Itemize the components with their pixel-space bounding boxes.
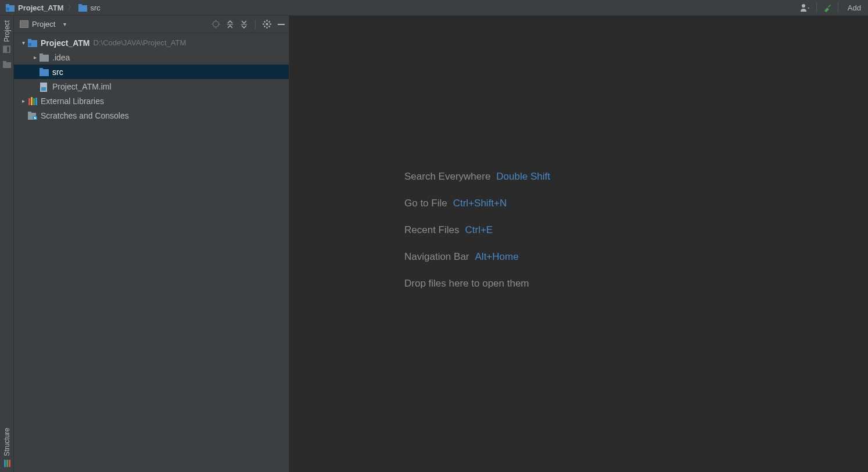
breadcrumb[interactable]: Project_ATM 〉 src — [6, 2, 101, 13]
svg-line-28 — [264, 26, 266, 27]
folder-gutter-icon — [3, 61, 11, 68]
add-configuration-button[interactable]: Add — [844, 2, 865, 13]
project-view-icon — [20, 20, 28, 28]
editor-tips: Search Everywhere Double Shift Go to Fil… — [404, 170, 753, 304]
tip-recent-shortcut[interactable]: Ctrl+E — [465, 224, 493, 235]
tree-node-external-libraries[interactable]: ▸ External Libraries — [14, 94, 289, 108]
svg-point-5 — [802, 4, 805, 8]
user-icon[interactable] — [800, 3, 810, 12]
tree-node-idea[interactable]: ▸ .idea — [14, 50, 289, 65]
project-tree[interactable]: ▾ Project_ATM D:\Code\JAVA\Project_ATM ▸… — [14, 33, 289, 472]
locate-icon[interactable] — [211, 20, 220, 28]
svg-line-27 — [269, 22, 270, 23]
project-tool-window: Project ▾ ▾ Project_ATM D:\Code\JAVA\Pro… — [14, 16, 289, 472]
tip-navbar-label: Navigation Bar — [404, 251, 469, 262]
svg-rect-11 — [6, 460, 8, 467]
project-view-selector[interactable]: Project ▾ — [20, 20, 66, 28]
tip-search-label: Search Everywhere — [404, 170, 490, 182]
tip-search-shortcut[interactable]: Double Shift — [496, 170, 550, 182]
tree-node-iml[interactable]: Project_ATM.iml — [14, 79, 289, 94]
source-folder-icon — [40, 68, 49, 76]
chevron-right-icon[interactable]: ▸ — [19, 98, 28, 104]
svg-rect-9 — [3, 61, 6, 63]
separator — [255, 20, 256, 29]
module-folder-icon — [28, 39, 37, 47]
iml-file-icon — [40, 83, 49, 91]
svg-rect-32 — [28, 43, 31, 46]
breadcrumb-separator-icon: 〉 — [67, 2, 75, 13]
svg-rect-42 — [35, 98, 37, 105]
chevron-right-icon[interactable]: ▸ — [30, 54, 40, 60]
svg-rect-4 — [78, 4, 82, 6]
project-tab-icon — [3, 45, 10, 53]
build-icon[interactable] — [823, 3, 832, 12]
svg-rect-3 — [78, 5, 87, 12]
hide-icon[interactable] — [277, 20, 285, 28]
svg-rect-7 — [7, 47, 9, 52]
expand-all-icon[interactable] — [226, 20, 234, 28]
tree-root-node[interactable]: ▾ Project_ATM D:\Code\JAVA\Project_ATM — [14, 35, 289, 50]
editor-empty-state[interactable]: Search Everywhere Double Shift Go to Fil… — [289, 16, 868, 472]
svg-rect-47 — [34, 118, 36, 119]
svg-rect-35 — [40, 69, 49, 76]
svg-rect-2 — [6, 8, 9, 10]
svg-rect-36 — [40, 68, 43, 70]
svg-line-25 — [264, 22, 266, 23]
gutter-spacer — [3, 61, 11, 68]
svg-rect-31 — [28, 39, 31, 41]
tip-goto-shortcut[interactable]: Ctrl+Shift+N — [453, 197, 507, 209]
svg-line-26 — [269, 26, 270, 27]
tip-goto-label: Go to File — [404, 197, 447, 209]
breadcrumb-item[interactable]: src — [91, 3, 101, 12]
svg-rect-10 — [9, 460, 10, 467]
left-tool-gutter: Project Structure — [0, 16, 14, 472]
structure-tab-icon — [3, 460, 10, 467]
svg-rect-1 — [6, 4, 9, 6]
tip-drop-files: Drop files here to open them — [404, 277, 529, 289]
chevron-down-icon: ▾ — [63, 21, 66, 27]
svg-rect-39 — [28, 98, 30, 105]
structure-tool-tab[interactable]: Structure — [1, 423, 13, 472]
svg-point-13 — [213, 22, 219, 27]
chevron-down-icon[interactable]: ▾ — [19, 40, 28, 46]
svg-point-20 — [266, 23, 268, 26]
svg-rect-33 — [40, 55, 49, 62]
module-folder-icon — [6, 4, 15, 12]
svg-rect-40 — [31, 97, 33, 105]
svg-rect-8 — [3, 62, 11, 68]
scratches-icon — [28, 112, 37, 120]
collapse-all-icon[interactable] — [240, 20, 248, 28]
tree-node-src[interactable]: src — [14, 65, 289, 79]
folder-icon — [78, 4, 87, 12]
breadcrumb-root[interactable]: Project_ATM — [18, 3, 64, 12]
tip-recent-label: Recent Files — [404, 224, 459, 235]
libraries-icon — [28, 97, 37, 105]
svg-rect-41 — [33, 98, 35, 105]
navigation-bar: Project_ATM 〉 src Add — [0, 0, 868, 16]
svg-rect-12 — [4, 460, 6, 467]
project-tool-header: Project ▾ — [14, 16, 289, 33]
folder-icon — [40, 53, 49, 62]
project-tool-tab[interactable]: Project — [1, 16, 13, 58]
svg-rect-44 — [28, 112, 31, 113]
tree-node-scratches[interactable]: Scratches and Consoles — [14, 108, 289, 123]
svg-rect-34 — [40, 53, 43, 55]
svg-rect-38 — [41, 87, 46, 91]
tip-navbar-shortcut[interactable]: Alt+Home — [475, 251, 519, 262]
gear-icon[interactable] — [263, 20, 271, 28]
